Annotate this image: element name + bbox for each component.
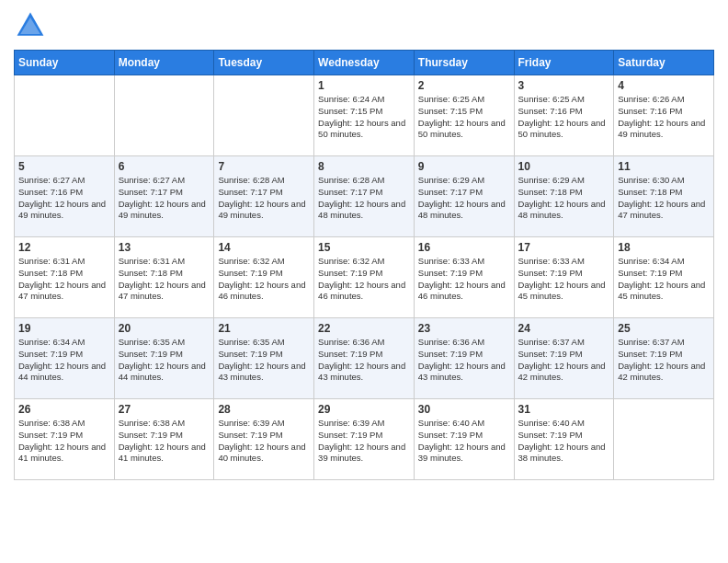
day-number: 29: [318, 403, 410, 416]
calendar-cell: 31Sunrise: 6:40 AM Sunset: 7:19 PM Dayli…: [514, 399, 614, 480]
day-info: Sunrise: 6:37 AM Sunset: 7:19 PM Dayligh…: [618, 337, 710, 384]
day-number: 9: [418, 160, 510, 173]
day-info: Sunrise: 6:35 AM Sunset: 7:19 PM Dayligh…: [119, 337, 210, 384]
day-info: Sunrise: 6:37 AM Sunset: 7:19 PM Dayligh…: [518, 337, 610, 384]
weekday-header-thursday: Thursday: [414, 51, 514, 75]
calendar-cell: 6Sunrise: 6:27 AM Sunset: 7:17 PM Daylig…: [114, 156, 214, 237]
calendar-cell: 24Sunrise: 6:37 AM Sunset: 7:19 PM Dayli…: [514, 318, 614, 399]
calendar-cell: 27Sunrise: 6:38 AM Sunset: 7:19 PM Dayli…: [114, 399, 214, 480]
calendar-cell: 30Sunrise: 6:40 AM Sunset: 7:19 PM Dayli…: [414, 399, 514, 480]
calendar-cell: 10Sunrise: 6:29 AM Sunset: 7:18 PM Dayli…: [514, 156, 614, 237]
calendar-cell: 4Sunrise: 6:26 AM Sunset: 7:16 PM Daylig…: [614, 75, 714, 156]
calendar-cell: 7Sunrise: 6:28 AM Sunset: 7:17 PM Daylig…: [214, 156, 314, 237]
calendar-cell: 9Sunrise: 6:29 AM Sunset: 7:17 PM Daylig…: [414, 156, 514, 237]
day-info: Sunrise: 6:31 AM Sunset: 7:18 PM Dayligh…: [119, 256, 210, 303]
weekday-header-friday: Friday: [514, 51, 614, 75]
logo-icon: [14, 9, 47, 42]
day-number: 20: [119, 322, 210, 335]
calendar-cell: 17Sunrise: 6:33 AM Sunset: 7:19 PM Dayli…: [514, 237, 614, 318]
calendar-cell: 20Sunrise: 6:35 AM Sunset: 7:19 PM Dayli…: [114, 318, 214, 399]
calendar-header: SundayMondayTuesdayWednesdayThursdayFrid…: [15, 51, 714, 75]
day-info: Sunrise: 6:29 AM Sunset: 7:18 PM Dayligh…: [518, 175, 610, 222]
day-number: 23: [418, 322, 510, 335]
day-number: 26: [18, 403, 110, 416]
day-number: 12: [18, 241, 110, 254]
day-info: Sunrise: 6:25 AM Sunset: 7:16 PM Dayligh…: [518, 94, 610, 141]
weekday-header-monday: Monday: [114, 51, 214, 75]
day-info: Sunrise: 6:34 AM Sunset: 7:19 PM Dayligh…: [618, 256, 710, 303]
day-number: 2: [418, 79, 510, 92]
day-number: 15: [318, 241, 410, 254]
day-info: Sunrise: 6:26 AM Sunset: 7:16 PM Dayligh…: [618, 94, 710, 141]
day-number: 14: [218, 241, 310, 254]
day-info: Sunrise: 6:38 AM Sunset: 7:19 PM Dayligh…: [18, 418, 110, 465]
day-number: 19: [18, 322, 110, 335]
weekday-header-row: SundayMondayTuesdayWednesdayThursdayFrid…: [15, 51, 714, 75]
day-number: 18: [618, 241, 710, 254]
calendar-cell: [614, 399, 714, 480]
calendar-cell: 8Sunrise: 6:28 AM Sunset: 7:17 PM Daylig…: [314, 156, 415, 237]
calendar-cell: 5Sunrise: 6:27 AM Sunset: 7:16 PM Daylig…: [15, 156, 115, 237]
calendar-body: 1Sunrise: 6:24 AM Sunset: 7:15 PM Daylig…: [15, 75, 714, 480]
calendar-cell: 14Sunrise: 6:32 AM Sunset: 7:19 PM Dayli…: [214, 237, 314, 318]
weekday-header-tuesday: Tuesday: [214, 51, 314, 75]
calendar-cell: 22Sunrise: 6:36 AM Sunset: 7:19 PM Dayli…: [314, 318, 415, 399]
day-info: Sunrise: 6:32 AM Sunset: 7:19 PM Dayligh…: [318, 256, 410, 303]
day-number: 31: [518, 403, 610, 416]
calendar-cell: 23Sunrise: 6:36 AM Sunset: 7:19 PM Dayli…: [414, 318, 514, 399]
calendar-cell: 25Sunrise: 6:37 AM Sunset: 7:19 PM Dayli…: [614, 318, 714, 399]
day-number: 17: [518, 241, 610, 254]
day-info: Sunrise: 6:38 AM Sunset: 7:19 PM Dayligh…: [119, 418, 210, 465]
day-number: 25: [618, 322, 710, 335]
day-info: Sunrise: 6:27 AM Sunset: 7:17 PM Dayligh…: [119, 175, 210, 222]
calendar-cell: 19Sunrise: 6:34 AM Sunset: 7:19 PM Dayli…: [15, 318, 115, 399]
day-info: Sunrise: 6:34 AM Sunset: 7:19 PM Dayligh…: [18, 337, 110, 384]
calendar-week-row: 5Sunrise: 6:27 AM Sunset: 7:16 PM Daylig…: [15, 156, 714, 237]
calendar-cell: 21Sunrise: 6:35 AM Sunset: 7:19 PM Dayli…: [214, 318, 314, 399]
calendar-week-row: 12Sunrise: 6:31 AM Sunset: 7:18 PM Dayli…: [15, 237, 714, 318]
day-number: 11: [618, 160, 710, 173]
day-number: 22: [318, 322, 410, 335]
calendar-cell: [214, 75, 314, 156]
day-info: Sunrise: 6:27 AM Sunset: 7:16 PM Dayligh…: [18, 175, 110, 222]
day-info: Sunrise: 6:40 AM Sunset: 7:19 PM Dayligh…: [518, 418, 610, 465]
day-number: 7: [218, 160, 310, 173]
day-number: 10: [518, 160, 610, 173]
page: SundayMondayTuesdayWednesdayThursdayFrid…: [0, 0, 728, 563]
day-number: 1: [318, 79, 410, 92]
calendar-cell: 12Sunrise: 6:31 AM Sunset: 7:18 PM Dayli…: [15, 237, 115, 318]
day-info: Sunrise: 6:32 AM Sunset: 7:19 PM Dayligh…: [218, 256, 310, 303]
weekday-header-wednesday: Wednesday: [314, 51, 415, 75]
calendar-week-row: 26Sunrise: 6:38 AM Sunset: 7:19 PM Dayli…: [15, 399, 714, 480]
day-info: Sunrise: 6:39 AM Sunset: 7:19 PM Dayligh…: [318, 418, 410, 465]
day-info: Sunrise: 6:30 AM Sunset: 7:18 PM Dayligh…: [618, 175, 710, 222]
calendar-cell: 3Sunrise: 6:25 AM Sunset: 7:16 PM Daylig…: [514, 75, 614, 156]
day-info: Sunrise: 6:36 AM Sunset: 7:19 PM Dayligh…: [318, 337, 410, 384]
day-info: Sunrise: 6:33 AM Sunset: 7:19 PM Dayligh…: [418, 256, 510, 303]
day-info: Sunrise: 6:36 AM Sunset: 7:19 PM Dayligh…: [418, 337, 510, 384]
header: [14, 9, 714, 42]
day-number: 16: [418, 241, 510, 254]
day-number: 27: [119, 403, 210, 416]
day-info: Sunrise: 6:33 AM Sunset: 7:19 PM Dayligh…: [518, 256, 610, 303]
day-info: Sunrise: 6:40 AM Sunset: 7:19 PM Dayligh…: [418, 418, 510, 465]
calendar-week-row: 19Sunrise: 6:34 AM Sunset: 7:19 PM Dayli…: [15, 318, 714, 399]
day-number: 30: [418, 403, 510, 416]
day-number: 28: [218, 403, 310, 416]
calendar-cell: 26Sunrise: 6:38 AM Sunset: 7:19 PM Dayli…: [15, 399, 115, 480]
calendar-cell: 13Sunrise: 6:31 AM Sunset: 7:18 PM Dayli…: [114, 237, 214, 318]
day-number: 5: [18, 160, 110, 173]
day-info: Sunrise: 6:28 AM Sunset: 7:17 PM Dayligh…: [318, 175, 410, 222]
calendar-cell: 29Sunrise: 6:39 AM Sunset: 7:19 PM Dayli…: [314, 399, 415, 480]
day-number: 8: [318, 160, 410, 173]
weekday-header-saturday: Saturday: [614, 51, 714, 75]
day-number: 4: [618, 79, 710, 92]
day-info: Sunrise: 6:39 AM Sunset: 7:19 PM Dayligh…: [218, 418, 310, 465]
calendar-table: SundayMondayTuesdayWednesdayThursdayFrid…: [14, 50, 714, 480]
calendar-cell: 18Sunrise: 6:34 AM Sunset: 7:19 PM Dayli…: [614, 237, 714, 318]
day-info: Sunrise: 6:31 AM Sunset: 7:18 PM Dayligh…: [18, 256, 110, 303]
calendar-cell: 11Sunrise: 6:30 AM Sunset: 7:18 PM Dayli…: [614, 156, 714, 237]
day-number: 3: [518, 79, 610, 92]
calendar-cell: 28Sunrise: 6:39 AM Sunset: 7:19 PM Dayli…: [214, 399, 314, 480]
calendar-cell: [15, 75, 115, 156]
